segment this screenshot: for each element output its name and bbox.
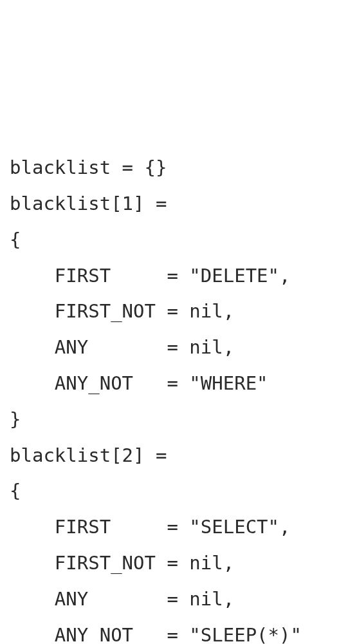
code-line: FIRST = "SELECT", bbox=[10, 509, 338, 545]
code-line: ANY = nil, bbox=[10, 582, 338, 618]
code-line: { bbox=[10, 222, 338, 258]
code-line: ANY = nil, bbox=[10, 330, 338, 366]
code-line: blacklist[2] = bbox=[10, 438, 338, 474]
code-line: } bbox=[10, 402, 338, 438]
code-line: { bbox=[10, 473, 338, 509]
code-line: blacklist[1] = bbox=[10, 186, 338, 222]
code-block: blacklist = {}blacklist[1] ={ FIRST = "D… bbox=[10, 150, 338, 644]
code-line: FIRST_NOT = nil, bbox=[10, 294, 338, 330]
code-line: FIRST_NOT = nil, bbox=[10, 545, 338, 582]
code-line: blacklist = {} bbox=[10, 150, 338, 186]
code-line: FIRST = "DELETE", bbox=[10, 258, 338, 294]
code-line: ANY_NOT = "SLEEP(*)" bbox=[10, 618, 338, 644]
code-line: ANY_NOT = "WHERE" bbox=[10, 366, 338, 402]
